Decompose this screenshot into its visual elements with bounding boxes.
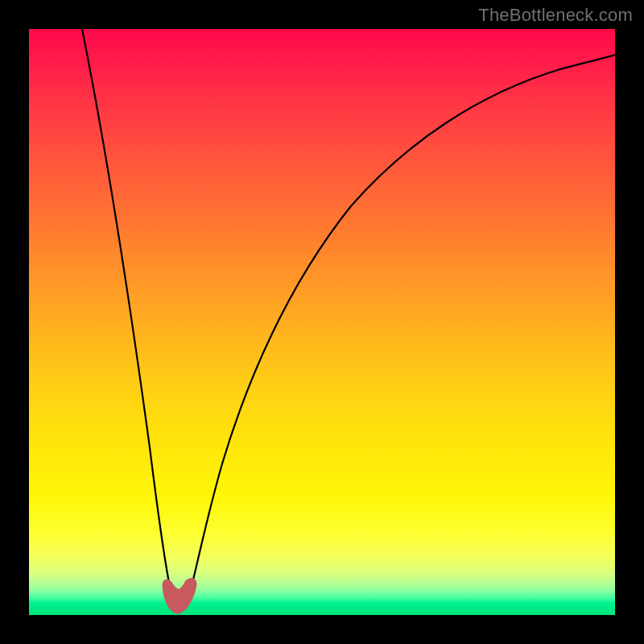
watermark-text: TheBottleneck.com bbox=[478, 5, 633, 26]
chart-frame: TheBottleneck.com bbox=[0, 0, 644, 644]
plot-area bbox=[29, 29, 615, 615]
bottleneck-curve bbox=[82, 29, 615, 607]
curve-layer bbox=[29, 29, 615, 615]
optimal-marker bbox=[166, 581, 193, 610]
